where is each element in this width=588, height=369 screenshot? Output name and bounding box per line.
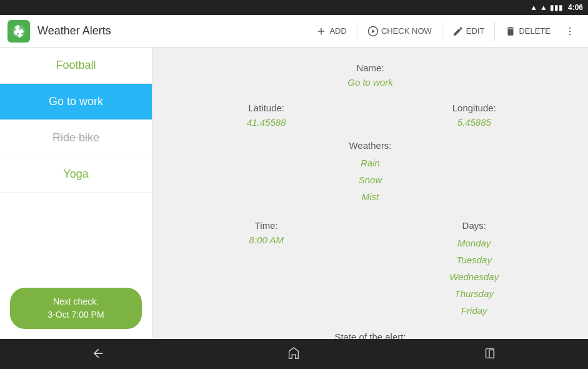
weather-item: Mist [172,188,568,205]
sidebar-item-label-go-to-work: Go to work [49,95,103,108]
add-icon [316,26,327,37]
back-button[interactable] [76,341,120,367]
play-icon [367,26,379,37]
longitude-label: Longitude: [381,103,569,113]
day-item: Tuesday [381,251,569,268]
bottom-nav [0,339,588,369]
days-values: MondayTuesdayWednesdayThursdayFriday [381,235,569,319]
weather-item: Rain [172,154,568,171]
sidebar: Football Go to work Ride bike Yoga Next … [0,48,152,339]
recents-button[interactable] [468,341,512,367]
day-item: Friday [381,302,569,319]
check-now-label: CHECK NOW [381,26,432,36]
svg-point-5 [569,34,571,35]
time-value: 8:00 AM [172,235,361,245]
svg-point-3 [569,27,571,28]
recents-icon [483,346,497,360]
detail-panel: Name: Go to work Latitude: 41.45588 Long… [152,48,588,339]
state-label: State of the alert: [172,331,568,339]
home-button[interactable] [272,341,316,367]
more-button[interactable] [559,22,581,41]
sidebar-item-label-football: Football [56,59,96,71]
next-check-line2: 3-Oct 7:00 PM [20,308,132,321]
next-check-widget: Next check: 3-Oct 7:00 PM [10,288,142,329]
edit-icon [452,26,464,37]
days-label: Days: [381,220,569,231]
sidebar-item-label-yoga: Yoga [63,168,88,180]
time-label: Time: [172,220,361,231]
svg-point-4 [569,30,571,31]
delete-button[interactable]: DELETE [499,22,557,41]
sidebar-item-ride-bike[interactable]: Ride bike [0,120,152,156]
sidebar-item-football[interactable]: Football [0,48,152,84]
signal-icon: ▲ [530,3,537,12]
more-icon [564,26,576,37]
app-bar: Weather Alerts ADD CHECK NOW EDIT DELETE [0,15,588,48]
day-item: Wednesday [381,268,569,285]
delete-label: DELETE [519,26,551,36]
latitude-value: 41.45588 [172,117,361,128]
status-time: 4:06 [568,3,583,12]
sidebar-item-yoga[interactable]: Yoga [0,156,152,193]
app-title: Weather Alerts [37,24,302,38]
day-item: Monday [381,235,569,251]
latitude-label: Latitude: [172,103,361,113]
weather-item: Snow [172,171,568,188]
sidebar-item-label-ride-bike: Ride bike [52,131,99,144]
add-label: ADD [329,26,346,36]
name-label: Name: [172,63,568,73]
check-now-button[interactable]: CHECK NOW [361,22,438,41]
main-content: Football Go to work Ride bike Yoga Next … [0,48,588,339]
back-icon [91,346,105,360]
weathers-label: Weathers: [172,140,568,151]
day-item: Thursday [381,285,569,302]
weathers-values: RainSnowMist [172,154,568,205]
sidebar-item-go-to-work[interactable]: Go to work [0,84,152,120]
delete-icon [505,26,516,37]
add-button[interactable]: ADD [309,22,352,41]
name-value: Go to work [172,77,568,88]
app-logo-icon [11,24,26,39]
edit-button[interactable]: EDIT [446,22,491,41]
separator-2 [442,22,442,41]
edit-label: EDIT [466,26,485,36]
longitude-value: 5.45885 [381,117,569,128]
wifi-icon: ▲ [540,3,547,12]
svg-marker-2 [372,29,375,33]
app-logo [7,20,30,43]
separator-3 [494,22,495,41]
battery-icon: ▮▮▮ [550,3,563,12]
separator-1 [357,22,357,41]
status-bar: ▲ ▲ ▮▮▮ 4:06 [0,0,588,15]
svg-rect-7 [489,350,494,358]
home-icon [287,346,301,360]
toolbar-actions: ADD CHECK NOW EDIT DELETE [309,22,581,41]
next-check-line1: Next check: [20,295,132,308]
